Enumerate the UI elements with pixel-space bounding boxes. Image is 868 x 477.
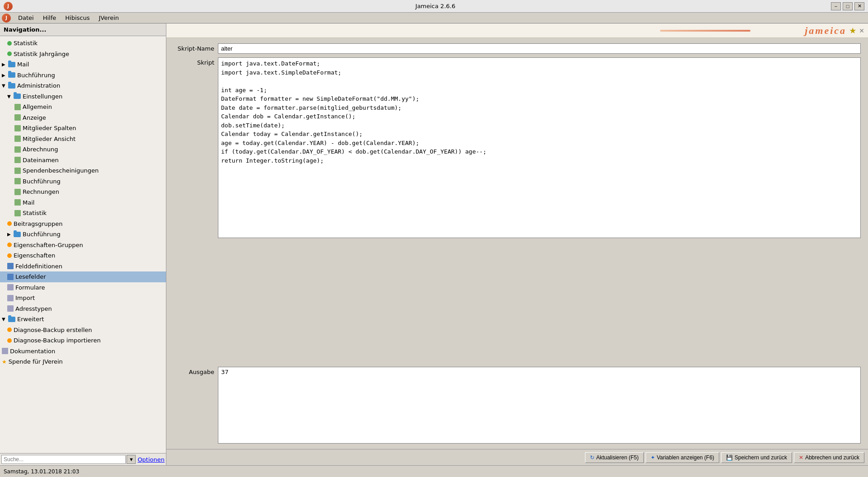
sidebar-item-label: Dokumentation <box>10 347 55 356</box>
sidebar-item-adresstypen[interactable]: Adresstypen <box>0 304 166 314</box>
sidebar-item-buchfuhrung[interactable]: ▶ Buchführung <box>0 70 166 81</box>
minimize-button[interactable]: − <box>831 2 841 10</box>
folder-icon <box>8 317 15 322</box>
sidebar-item-label: Adresstypen <box>15 304 52 313</box>
doc-icon <box>14 146 21 153</box>
sidebar-item-statistik-sub[interactable]: Statistik <box>0 208 166 219</box>
variablen-button[interactable]: ✦ Variablen anzeigen (F6) <box>646 452 719 463</box>
refresh-icon: ↻ <box>590 454 594 461</box>
sidebar-item-administration[interactable]: ▼ Administration <box>0 80 166 91</box>
close-panel-icon[interactable]: ✕ <box>859 27 864 34</box>
sidebar-item-buchfuhrung-sub[interactable]: Buchführung <box>0 176 166 187</box>
sidebar-item-label: Abrechnung <box>23 145 58 154</box>
skript-textarea[interactable]: import java.text.DateFormat; import java… <box>218 57 861 238</box>
sidebar-item-mail-sub[interactable]: Mail <box>0 197 166 208</box>
dot-icon <box>7 243 12 247</box>
sidebar-item-label: Felddefinitionen <box>15 262 62 271</box>
arrow-icon: ▼ <box>2 316 7 323</box>
sidebar-item-import[interactable]: Import <box>0 293 166 304</box>
sidebar-item-label: Mitglieder Spalten <box>23 124 76 133</box>
arrow-icon: ▼ <box>2 82 7 89</box>
sidebar-item-felddefinitionen[interactable]: Felddefinitionen <box>0 261 166 272</box>
sidebar-item-anzeige[interactable]: Anzeige <box>0 112 166 123</box>
sidebar-item-eigenschaften[interactable]: Eigenschaften <box>0 250 166 261</box>
window-title: Jameica 2.6.6 <box>40 3 831 9</box>
folder-icon <box>8 83 15 89</box>
close-button[interactable]: ✕ <box>854 2 864 10</box>
doc-icon <box>14 104 21 110</box>
doc-icon <box>7 305 14 312</box>
arrow-icon: ▼ <box>7 93 13 100</box>
sidebar-item-spendenbescheinigungen[interactable]: Spendenbescheinigungen <box>0 165 166 176</box>
dot-icon <box>7 253 12 258</box>
sidebar-item-label: Formulare <box>15 283 45 292</box>
title-bar: J Jameica 2.6.6 − □ ✕ <box>0 0 868 13</box>
dot-icon <box>7 327 12 332</box>
menu-datei[interactable]: Datei <box>14 14 38 22</box>
doc-icon <box>14 168 21 174</box>
ausgabe-label: Ausgabe <box>174 367 214 375</box>
bottom-bar: ↻ Aktualisieren (F5) ✦ Variablen anzeige… <box>166 449 868 465</box>
sidebar-item-statistik[interactable]: Statistik <box>0 38 166 49</box>
maximize-button[interactable]: □ <box>843 2 853 10</box>
app-menu-icon[interactable]: J <box>2 14 11 23</box>
sidebar-item-diagnose-importieren[interactable]: Diagnose-Backup importieren <box>0 335 166 346</box>
search-input[interactable] <box>1 455 126 464</box>
dot-icon <box>7 51 12 56</box>
sidebar-item-eigenschaften-gruppen[interactable]: Eigenschaften-Gruppen <box>0 240 166 251</box>
doc-icon <box>14 178 21 184</box>
sidebar-item-dateinamen[interactable]: Dateinamen <box>0 155 166 166</box>
folder-icon <box>8 72 15 78</box>
sidebar-item-rechnungen[interactable]: Rechnungen <box>0 187 166 197</box>
arrow-icon: ▶ <box>7 231 13 238</box>
sidebar-item-diagnose-erstellen[interactable]: Diagnose-Backup erstellen <box>0 325 166 336</box>
sidebar-item-formulare[interactable]: Formulare <box>0 282 166 293</box>
sidebar-item-allgemein[interactable]: Allgemein <box>0 102 166 112</box>
favorite-icon[interactable]: ★ <box>849 26 856 35</box>
doc-icon <box>14 125 21 131</box>
skript-row: Skript import java.text.DateFormat; impo… <box>174 57 861 363</box>
sidebar-item-label: Erweitert <box>17 315 44 324</box>
sidebar-item-label: Rechnungen <box>23 187 59 196</box>
sidebar-item-label: Allgemein <box>23 103 52 112</box>
skript-label: Skript <box>174 57 214 66</box>
sidebar-item-buchfuhrung2[interactable]: ▶ Buchführung <box>0 229 166 240</box>
save-icon: 💾 <box>726 454 733 461</box>
skriptname-label: Skript-Name <box>174 43 214 52</box>
sidebar-item-label: Administration <box>17 81 60 90</box>
sidebar-item-statistik-jahrgange[interactable]: Statistik Jahrgänge <box>0 49 166 60</box>
sidebar-item-label: Statistik Jahrgänge <box>14 50 69 59</box>
sidebar-item-mail[interactable]: ▶ Mail <box>0 59 166 70</box>
doc-icon <box>7 263 14 269</box>
menu-hilfe[interactable]: Hilfe <box>39 14 60 22</box>
aktualisieren-button[interactable]: ↻ Aktualisieren (F5) <box>585 452 644 463</box>
menu-hibiscus[interactable]: Hibiscus <box>61 14 93 22</box>
sidebar-item-label: Buchführung <box>17 71 55 80</box>
doc-icon <box>14 210 21 216</box>
doc-icon <box>7 274 14 280</box>
sidebar-item-label: Spendenbescheinigungen <box>23 166 99 175</box>
menu-jverein[interactable]: JVerein <box>95 14 123 22</box>
abbrechen-button[interactable]: ✕ Abbrechen und zurück <box>794 452 864 463</box>
sidebar-item-lesefelder[interactable]: Lesefelder <box>0 271 166 282</box>
doc-icon <box>7 284 14 290</box>
sidebar-item-dokumentation[interactable]: Dokumentation <box>0 346 166 357</box>
search-button[interactable]: ▼ <box>127 455 136 464</box>
sidebar-item-abrechnung[interactable]: Abrechnung <box>0 144 166 155</box>
sidebar-item-beitragsgruppen[interactable]: Beitragsgruppen <box>0 219 166 229</box>
ausgabe-value: 37 <box>221 369 229 375</box>
sidebar-item-label: Eigenschaften <box>14 251 55 260</box>
sidebar-item-label: Diagnose-Backup importieren <box>14 336 101 345</box>
sidebar-item-erweitert[interactable]: ▼ Erweitert <box>0 314 166 325</box>
sidebar-item-spende[interactable]: ★ Spende für JVerein <box>0 356 166 367</box>
skriptname-input[interactable] <box>218 43 861 54</box>
speichern-button[interactable]: 💾 Speichern und zurück <box>721 452 792 463</box>
arrow-icon: ▶ <box>2 72 7 79</box>
sidebar-item-mitglieder-spalten[interactable]: Mitglieder Spalten <box>0 123 166 134</box>
dot-icon <box>7 221 12 226</box>
form-area: Skript-Name Skript import java.text.Date… <box>166 38 868 449</box>
optionen-link[interactable]: Optionen <box>137 456 165 463</box>
sidebar-item-mitglieder-ansicht[interactable]: Mitglieder Ansicht <box>0 134 166 145</box>
sidebar-item-einstellungen[interactable]: ▼ Einstellungen <box>0 91 166 102</box>
status-text: Samstag, 13.01.2018 21:03 <box>4 468 79 475</box>
